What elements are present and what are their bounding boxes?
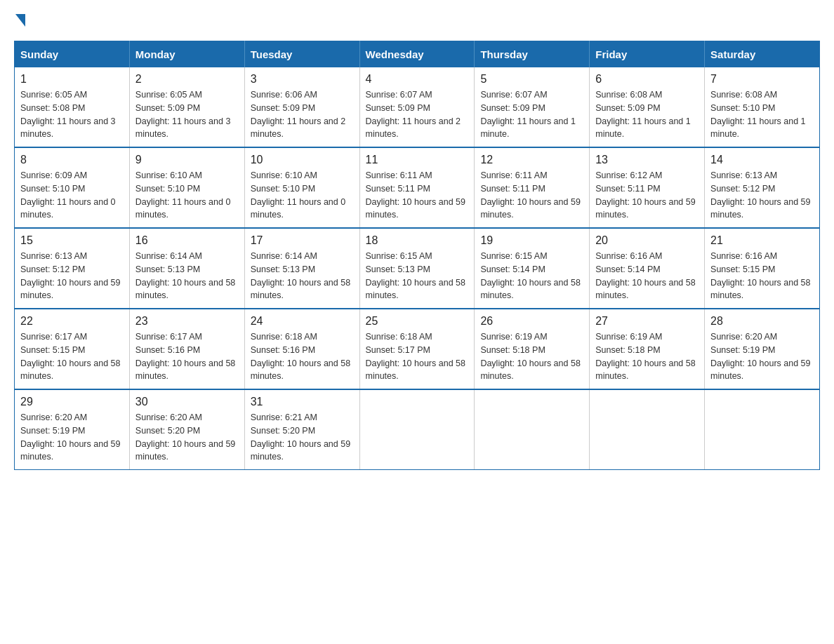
day-info: Sunrise: 6:05 AM Sunset: 5:09 PM Dayligh… [135, 88, 239, 141]
page-header [14, 14, 820, 27]
logo [14, 14, 27, 27]
calendar-cell: 23 Sunrise: 6:17 AM Sunset: 5:16 PM Dayl… [129, 309, 244, 389]
calendar-cell: 31 Sunrise: 6:21 AM Sunset: 5:20 PM Dayl… [244, 389, 359, 470]
day-info: Sunrise: 6:14 AM Sunset: 5:13 PM Dayligh… [251, 250, 354, 302]
day-info: Sunrise: 6:05 AM Sunset: 5:08 PM Dayligh… [20, 88, 124, 141]
day-info: Sunrise: 6:06 AM Sunset: 5:09 PM Dayligh… [251, 88, 354, 141]
calendar-cell: 22 Sunrise: 6:17 AM Sunset: 5:15 PM Dayl… [15, 309, 130, 389]
day-info: Sunrise: 6:18 AM Sunset: 5:17 PM Dayligh… [366, 330, 469, 383]
calendar-cell: 7 Sunrise: 6:08 AM Sunset: 5:10 PM Dayli… [705, 67, 820, 147]
day-number: 17 [251, 234, 354, 247]
day-info: Sunrise: 6:07 AM Sunset: 5:09 PM Dayligh… [366, 88, 469, 141]
day-number: 29 [20, 396, 124, 408]
day-number: 6 [595, 73, 699, 86]
calendar-cell: 5 Sunrise: 6:07 AM Sunset: 5:09 PM Dayli… [475, 67, 590, 147]
calendar-cell: 1 Sunrise: 6:05 AM Sunset: 5:08 PM Dayli… [15, 67, 130, 147]
day-info: Sunrise: 6:14 AM Sunset: 5:13 PM Dayligh… [135, 250, 239, 302]
day-info: Sunrise: 6:16 AM Sunset: 5:15 PM Dayligh… [710, 250, 814, 302]
day-number: 15 [20, 234, 124, 247]
day-info: Sunrise: 6:07 AM Sunset: 5:09 PM Dayligh… [480, 88, 583, 141]
day-info: Sunrise: 6:19 AM Sunset: 5:18 PM Dayligh… [595, 330, 699, 383]
calendar-table: SundayMondayTuesdayWednesdayThursdayFrid… [14, 41, 820, 470]
day-info: Sunrise: 6:10 AM Sunset: 5:10 PM Dayligh… [135, 169, 239, 222]
calendar-cell: 4 Sunrise: 6:07 AM Sunset: 5:09 PM Dayli… [359, 67, 475, 147]
day-info: Sunrise: 6:16 AM Sunset: 5:14 PM Dayligh… [595, 250, 699, 302]
day-number: 8 [20, 154, 124, 166]
day-info: Sunrise: 6:15 AM Sunset: 5:13 PM Dayligh… [366, 250, 469, 302]
day-number: 11 [366, 154, 469, 166]
day-number: 23 [135, 315, 239, 328]
calendar-cell: 19 Sunrise: 6:15 AM Sunset: 5:14 PM Dayl… [475, 228, 590, 309]
calendar-cell: 30 Sunrise: 6:20 AM Sunset: 5:20 PM Dayl… [129, 389, 244, 470]
header-day-monday: Monday [129, 41, 244, 68]
header-day-friday: Friday [590, 41, 705, 68]
calendar-cell: 15 Sunrise: 6:13 AM Sunset: 5:12 PM Dayl… [15, 228, 130, 309]
calendar-cell: 17 Sunrise: 6:14 AM Sunset: 5:13 PM Dayl… [244, 228, 359, 309]
calendar-week-row: 1 Sunrise: 6:05 AM Sunset: 5:08 PM Dayli… [15, 67, 820, 147]
day-info: Sunrise: 6:12 AM Sunset: 5:11 PM Dayligh… [595, 169, 699, 222]
day-info: Sunrise: 6:17 AM Sunset: 5:16 PM Dayligh… [135, 330, 239, 383]
day-info: Sunrise: 6:20 AM Sunset: 5:19 PM Dayligh… [20, 411, 124, 464]
calendar-cell: 10 Sunrise: 6:10 AM Sunset: 5:10 PM Dayl… [244, 147, 359, 228]
calendar-cell: 20 Sunrise: 6:16 AM Sunset: 5:14 PM Dayl… [590, 228, 705, 309]
day-number: 31 [251, 396, 354, 408]
day-number: 27 [595, 315, 699, 328]
calendar-cell: 24 Sunrise: 6:18 AM Sunset: 5:16 PM Dayl… [244, 309, 359, 389]
day-info: Sunrise: 6:21 AM Sunset: 5:20 PM Dayligh… [251, 411, 354, 464]
day-number: 13 [595, 154, 699, 166]
day-number: 2 [135, 73, 239, 86]
day-info: Sunrise: 6:13 AM Sunset: 5:12 PM Dayligh… [710, 169, 814, 222]
day-info: Sunrise: 6:19 AM Sunset: 5:18 PM Dayligh… [480, 330, 583, 383]
calendar-cell: 13 Sunrise: 6:12 AM Sunset: 5:11 PM Dayl… [590, 147, 705, 228]
day-info: Sunrise: 6:20 AM Sunset: 5:20 PM Dayligh… [135, 411, 239, 464]
day-info: Sunrise: 6:17 AM Sunset: 5:15 PM Dayligh… [20, 330, 124, 383]
day-info: Sunrise: 6:18 AM Sunset: 5:16 PM Dayligh… [251, 330, 354, 383]
calendar-week-row: 22 Sunrise: 6:17 AM Sunset: 5:15 PM Dayl… [15, 309, 820, 389]
calendar-cell: 14 Sunrise: 6:13 AM Sunset: 5:12 PM Dayl… [705, 147, 820, 228]
day-number: 28 [710, 315, 814, 328]
calendar-header: SundayMondayTuesdayWednesdayThursdayFrid… [15, 41, 820, 68]
day-number: 16 [135, 234, 239, 247]
day-number: 24 [251, 315, 354, 328]
calendar-week-row: 15 Sunrise: 6:13 AM Sunset: 5:12 PM Dayl… [15, 228, 820, 309]
day-number: 12 [480, 154, 583, 166]
calendar-header-row: SundayMondayTuesdayWednesdayThursdayFrid… [15, 41, 820, 68]
day-number: 7 [710, 73, 814, 86]
day-info: Sunrise: 6:11 AM Sunset: 5:11 PM Dayligh… [480, 169, 583, 222]
calendar-cell [705, 389, 820, 470]
day-number: 20 [595, 234, 699, 247]
calendar-cell: 18 Sunrise: 6:15 AM Sunset: 5:13 PM Dayl… [359, 228, 475, 309]
header-day-sunday: Sunday [15, 41, 130, 68]
day-number: 21 [710, 234, 814, 247]
calendar-cell: 27 Sunrise: 6:19 AM Sunset: 5:18 PM Dayl… [590, 309, 705, 389]
header-day-wednesday: Wednesday [359, 41, 475, 68]
day-info: Sunrise: 6:11 AM Sunset: 5:11 PM Dayligh… [366, 169, 469, 222]
calendar-cell: 28 Sunrise: 6:20 AM Sunset: 5:19 PM Dayl… [705, 309, 820, 389]
header-day-thursday: Thursday [475, 41, 590, 68]
day-info: Sunrise: 6:13 AM Sunset: 5:12 PM Dayligh… [20, 250, 124, 302]
calendar-cell: 16 Sunrise: 6:14 AM Sunset: 5:13 PM Dayl… [129, 228, 244, 309]
calendar-cell: 21 Sunrise: 6:16 AM Sunset: 5:15 PM Dayl… [705, 228, 820, 309]
calendar-cell: 26 Sunrise: 6:19 AM Sunset: 5:18 PM Dayl… [475, 309, 590, 389]
calendar-cell: 11 Sunrise: 6:11 AM Sunset: 5:11 PM Dayl… [359, 147, 475, 228]
day-number: 22 [20, 315, 124, 328]
day-number: 9 [135, 154, 239, 166]
calendar-cell: 6 Sunrise: 6:08 AM Sunset: 5:09 PM Dayli… [590, 67, 705, 147]
calendar-cell [359, 389, 475, 470]
day-number: 4 [366, 73, 469, 86]
calendar-week-row: 29 Sunrise: 6:20 AM Sunset: 5:19 PM Dayl… [15, 389, 820, 470]
day-info: Sunrise: 6:20 AM Sunset: 5:19 PM Dayligh… [710, 330, 814, 383]
calendar-week-row: 8 Sunrise: 6:09 AM Sunset: 5:10 PM Dayli… [15, 147, 820, 228]
calendar-cell: 3 Sunrise: 6:06 AM Sunset: 5:09 PM Dayli… [244, 67, 359, 147]
calendar-cell: 25 Sunrise: 6:18 AM Sunset: 5:17 PM Dayl… [359, 309, 475, 389]
day-info: Sunrise: 6:15 AM Sunset: 5:14 PM Dayligh… [480, 250, 583, 302]
calendar-cell [475, 389, 590, 470]
day-number: 1 [20, 73, 124, 86]
day-number: 3 [251, 73, 354, 86]
day-info: Sunrise: 6:10 AM Sunset: 5:10 PM Dayligh… [251, 169, 354, 222]
day-number: 26 [480, 315, 583, 328]
day-number: 5 [480, 73, 583, 86]
header-day-tuesday: Tuesday [244, 41, 359, 68]
day-info: Sunrise: 6:08 AM Sunset: 5:10 PM Dayligh… [710, 88, 814, 141]
calendar-body: 1 Sunrise: 6:05 AM Sunset: 5:08 PM Dayli… [15, 67, 820, 470]
